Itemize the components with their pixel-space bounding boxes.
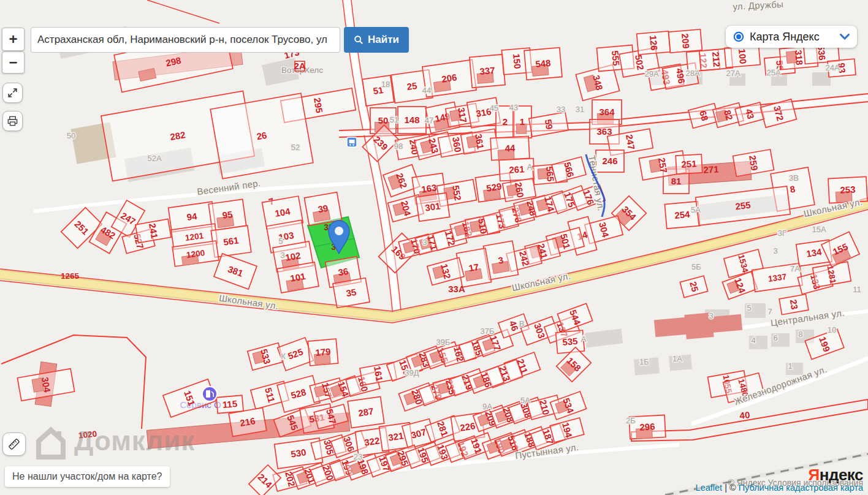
parcel[interactable]: 59 [529,112,568,137]
parcel-number: 2 [503,116,508,127]
address-label: 3 [709,311,713,320]
bus-stop-icon[interactable] [347,137,357,147]
address-label: 47 [425,116,433,125]
map-canvas[interactable]: Сервис ОВотерХелс 2982А17329528226512520… [0,0,868,495]
parcel-number: 1265 [61,271,80,281]
parcel[interactable]: 115 [216,395,243,414]
parcel-number: 115 [222,398,238,410]
parcel[interactable]: 1020 [78,429,97,440]
cadastre-link[interactable]: Публичная кадастровая карта [739,483,863,493]
parcel[interactable]: 255 [696,186,790,225]
street-label: Школьная ул. [218,292,279,311]
parcel-number: 134 [805,246,823,259]
parcel[interactable]: 372 [760,99,796,127]
parcel[interactable]: 40 [739,409,750,420]
radio-selected-icon [733,31,744,42]
parcel-number: 322 [364,435,380,447]
parcel-number: 301 [424,200,441,213]
parcel-number: 36 [337,266,349,278]
search-icon [354,35,364,45]
zoom-out-button[interactable]: − [2,51,25,74]
parcel-number: 94 [186,211,198,222]
parcel[interactable]: 259 [733,149,774,176]
parcel[interactable]: 566 [552,157,586,183]
parcel-number: 33А [448,284,465,294]
parcel[interactable]: 381 [214,254,257,289]
fullscreen-button[interactable] [2,83,23,103]
fuel-icon[interactable] [202,387,217,401]
parcel-number: 26 [256,130,267,142]
parcel[interactable]: 209 [669,29,702,53]
parcel[interactable]: 1265 [61,271,80,281]
address-label: 43 [509,103,518,112]
address-label: 25А [766,68,780,77]
address-label: А [581,334,587,344]
parcel[interactable]: 124 [722,271,757,299]
find-button[interactable]: Найти [344,27,409,53]
print-button[interactable] [2,111,23,131]
parcel[interactable]: 251 [676,154,702,174]
address-label: 3 [773,246,777,255]
measure-button[interactable] [2,433,26,456]
address-label: 2Б [626,416,636,425]
parcel-number: 209 [680,33,691,49]
parcel[interactable]: 35 [333,278,370,308]
parcel[interactable]: 316 [467,97,501,128]
parcel[interactable]: 214 [249,465,281,495]
address-label: 7А [790,264,800,273]
parcel-number: 321 [387,430,404,442]
parcel[interactable]: 33А [448,284,465,294]
parcel[interactable]: 241 [135,219,171,243]
parcel-number: 148 [404,115,419,125]
parcel[interactable]: 148 [398,107,426,134]
search-bar: Найти [31,27,409,53]
parcel-number: 126 [648,35,660,51]
address-label: 51 [390,115,398,124]
parcel-number: 95 [221,209,233,221]
parcel[interactable]: 304 [17,369,74,401]
parcel[interactable]: 337 [470,55,505,88]
help-link[interactable]: Не нашли участок/дом на карте? [5,466,170,487]
parcel-number: 35 [345,287,357,299]
parcel-number: 206 [441,72,457,84]
parcel-number: 296 [639,421,655,432]
parcel[interactable]: 100 [725,45,761,68]
zoom-in-button[interactable]: + [2,28,25,51]
parcel-number: 1020 [78,429,97,440]
parcel-number: 271 [703,164,719,175]
parcel[interactable]: 271 [703,164,719,175]
parcel-number: 39 [317,203,329,215]
address-label: 9А [482,402,492,411]
address-label: 27А [726,69,740,78]
parcel[interactable]: 535 [556,330,585,353]
ruler-icon [6,436,22,452]
parcel-number: 529 [485,181,502,193]
layer-switcher[interactable]: Карта Яндекс [726,26,857,48]
parcel-number: 59 [543,118,555,130]
parcel[interactable]: 26 [210,93,313,178]
parcel-number: 44 [504,143,516,154]
parcel[interactable]: 301 [416,193,449,222]
address-label: 39Б [436,338,451,347]
parcel[interactable]: 126 [637,31,671,55]
address-label: 23 [354,452,362,461]
address-label: 3Г [778,229,786,238]
address-label: 3В [789,173,799,183]
parcel[interactable]: 548 [524,48,562,80]
address-label: К [281,352,286,361]
parcel[interactable]: 194 [550,418,584,442]
fullscreen-icon [7,87,18,99]
address-label: 37Б [481,327,495,336]
parcel[interactable]: 44 [490,136,530,160]
parcel[interactable]: 544 [557,303,592,331]
leaflet-link[interactable]: Leaflet [696,483,723,493]
parcel[interactable]: 25 [680,276,707,297]
parcel[interactable]: 287 [348,396,384,428]
parcel[interactable]: 23 [779,294,809,314]
parcel[interactable]: 132 [427,258,464,285]
parcel[interactable]: 2А [294,61,305,71]
parcel-number: 261 [509,164,525,175]
parcel-number: 1 [520,116,525,127]
search-input[interactable] [31,27,340,53]
parcel[interactable]: 179 [308,339,338,366]
